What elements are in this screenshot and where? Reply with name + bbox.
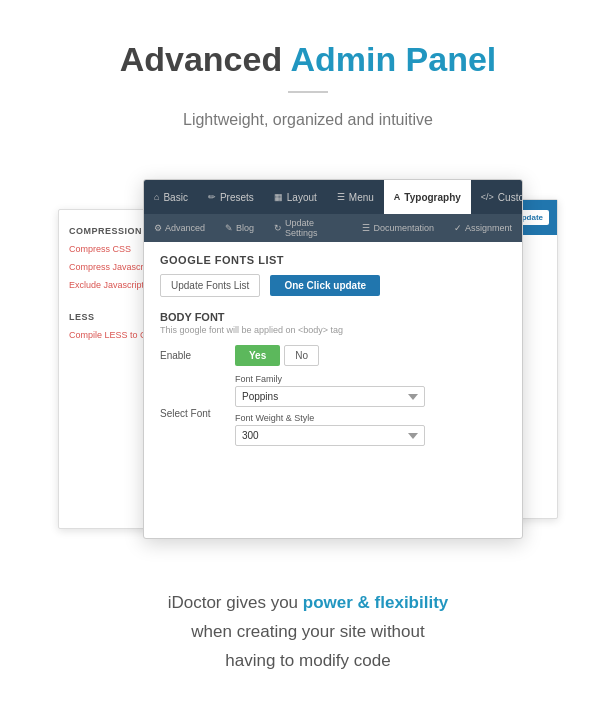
- main-panel: ⌂ Basic ✏ Presets ▦ Layout ☰ Menu A Typo…: [143, 179, 523, 539]
- tab-layout-label: Layout: [287, 192, 317, 203]
- body-font-title: BODY FONT: [160, 311, 506, 323]
- check-icon: ✓: [454, 223, 462, 233]
- google-fonts-heading: GOOGLE FONTS LIST: [160, 254, 506, 266]
- tab-basic-label: Basic: [163, 192, 187, 203]
- yes-no-group: Yes No: [235, 345, 319, 366]
- header-section: Advanced Admin Panel Lightweight, organi…: [0, 0, 616, 149]
- title-accent: Admin Panel: [290, 40, 496, 78]
- tab-menu[interactable]: ☰ Menu: [327, 180, 384, 214]
- header-subtitle: Lightweight, organized and intuitive: [20, 111, 596, 129]
- code-icon: </>: [481, 192, 494, 202]
- tab-assignment[interactable]: ✓ Assignment: [444, 214, 522, 242]
- tab-custom-code-label: Custom Code: [498, 192, 523, 203]
- pencil-icon: ✏: [208, 192, 216, 202]
- font-weight-select[interactable]: 300: [235, 425, 425, 446]
- header-divider: [288, 91, 328, 93]
- screenshot-wrapper: COMPRESSION Compress CSS Compress Javasc…: [58, 179, 558, 539]
- tab-update-label: Update Settings: [285, 218, 342, 238]
- footer-plain: iDoctor gives you: [168, 593, 303, 612]
- tab-presets[interactable]: ✏ Presets: [198, 180, 264, 214]
- footer-accent: power & flexibility: [303, 593, 448, 612]
- tab-advanced[interactable]: ⚙ Advanced: [144, 214, 215, 242]
- doc-icon: ☰: [362, 223, 370, 233]
- tab-blog-label: Blog: [236, 223, 254, 233]
- yes-button[interactable]: Yes: [235, 345, 280, 366]
- panel-body: GOOGLE FONTS LIST Update Fonts List One …: [144, 242, 522, 472]
- blog-icon: ✎: [225, 223, 233, 233]
- tab-documentation[interactable]: ☰ Documentation: [352, 214, 444, 242]
- layout-icon: ▦: [274, 192, 283, 202]
- menu-icon: ☰: [337, 192, 345, 202]
- page-title: Advanced Admin Panel: [20, 40, 596, 79]
- no-button[interactable]: No: [284, 345, 319, 366]
- tab-doc-label: Documentation: [373, 223, 434, 233]
- tab-typography[interactable]: A Typography: [384, 180, 471, 214]
- footer-line2: when creating your site without: [20, 618, 596, 647]
- tab-advanced-label: Advanced: [165, 223, 205, 233]
- body-font-section: BODY FONT This google font will be appli…: [160, 311, 506, 452]
- footer-line3: having to modify code: [20, 647, 596, 676]
- font-family-label: Font Family: [235, 374, 425, 384]
- nav-tabs-row1: ⌂ Basic ✏ Presets ▦ Layout ☰ Menu A Typo…: [144, 180, 522, 214]
- tab-blog[interactable]: ✎ Blog: [215, 214, 264, 242]
- tab-typography-label: Typography: [404, 192, 460, 203]
- one-click-update-button[interactable]: One Click update: [270, 275, 380, 296]
- update-fonts-button[interactable]: Update Fonts List: [160, 274, 260, 297]
- tab-layout[interactable]: ▦ Layout: [264, 180, 327, 214]
- footer-line1: iDoctor gives you power & flexibility: [20, 589, 596, 618]
- body-font-desc: This google font will be applied on <bod…: [160, 325, 506, 335]
- tab-custom-code[interactable]: </> Custom Code: [471, 180, 523, 214]
- home-icon: ⌂: [154, 192, 159, 202]
- tab-update-settings[interactable]: ↻ Update Settings: [264, 214, 352, 242]
- nav-tabs-row2: ⚙ Advanced ✎ Blog ↻ Update Settings ☰ Do…: [144, 214, 522, 242]
- tab-basic[interactable]: ⌂ Basic: [144, 180, 198, 214]
- tab-menu-label: Menu: [349, 192, 374, 203]
- title-plain: Advanced: [120, 40, 291, 78]
- footer-section: iDoctor gives you power & flexibility wh…: [0, 569, 616, 706]
- fonts-action-row: Update Fonts List One Click update: [160, 274, 506, 297]
- font-family-select[interactable]: Poppins: [235, 386, 425, 407]
- tab-assignment-label: Assignment: [465, 223, 512, 233]
- gear-icon: ⚙: [154, 223, 162, 233]
- enable-label: Enable: [160, 350, 225, 361]
- tab-presets-label: Presets: [220, 192, 254, 203]
- select-font-label: Select Font: [160, 408, 225, 419]
- enable-row: Enable Yes No: [160, 345, 506, 366]
- font-weight-label: Font Weight & Style: [235, 413, 425, 423]
- select-font-row: Select Font Font Family Poppins Font Wei…: [160, 374, 506, 452]
- update-icon: ↻: [274, 223, 282, 233]
- font-field-group: Font Family Poppins Font Weight & Style …: [235, 374, 425, 452]
- typography-icon: A: [394, 192, 401, 202]
